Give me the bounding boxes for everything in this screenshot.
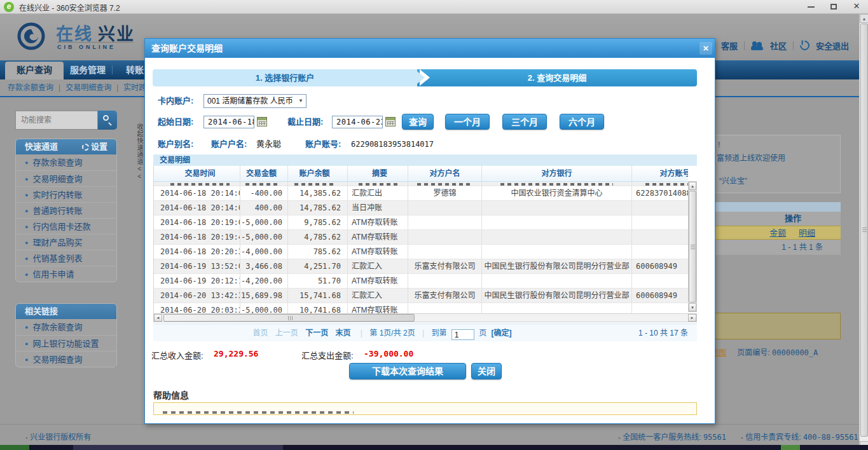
notice-line: “兴业宝” xyxy=(719,175,747,186)
quick-channel-item-2[interactable]: ●实时行内转账 xyxy=(16,186,116,202)
wizard-steps: 2. 查询交易明细 1. 选择银行账户 xyxy=(153,69,697,86)
safe-logout-link[interactable]: 安全退出 xyxy=(816,39,849,51)
step-select-account: 1. 选择银行账户 xyxy=(153,69,417,86)
goto-page-input[interactable]: 1 xyxy=(451,329,474,340)
end-date-input[interactable] xyxy=(332,116,383,128)
start-date-input[interactable] xyxy=(203,116,254,128)
account-number-value: 622908183953814017 xyxy=(351,137,434,151)
search-button[interactable] xyxy=(98,111,117,130)
card-account-label: 卡内账户: xyxy=(158,94,193,108)
download-results-button[interactable]: 下载本次查询结果 xyxy=(349,363,466,379)
one-month-button[interactable]: 一个月 xyxy=(445,114,490,130)
end-date-calendar-icon[interactable] xyxy=(385,117,396,126)
clipped-text-fragment xyxy=(645,183,688,186)
table-scroll-down-button[interactable]: ▼ xyxy=(689,303,696,311)
hotline-text: ▪全国统一客户服务热线: 95561 xyxy=(618,431,726,442)
related-link-item-label: 存款余额查询 xyxy=(32,322,82,332)
page-id-value: 00000000_A xyxy=(772,348,818,357)
prev-page-link[interactable]: 上一页 xyxy=(275,329,298,338)
quick-channel-item-label: 代销基金列表 xyxy=(32,254,82,263)
customer-service-link[interactable]: 客服 xyxy=(721,39,738,51)
taskbar-fragment xyxy=(781,445,800,450)
table-vertical-scrollbar[interactable]: ▲ ▼ xyxy=(688,181,697,312)
related-link-item-2[interactable]: ●交易明细查询 xyxy=(16,351,116,367)
goto-confirm-link[interactable]: [确定] xyxy=(492,329,512,338)
table-body: 2014-06-18 20:14:07-400.0014,385.62汇款汇出罗… xyxy=(154,182,688,318)
quick-channel-item-6[interactable]: ●代销基金列表 xyxy=(16,250,116,266)
detail-link[interactable]: 明细 xyxy=(799,228,815,238)
scroll-up-button[interactable]: ▲ xyxy=(860,14,868,23)
subnav-item-0[interactable]: 存款余额查询 xyxy=(8,83,53,92)
community-icon xyxy=(751,41,764,50)
next-page-link[interactable]: 下一页 xyxy=(305,329,328,338)
counterparty-name-cell xyxy=(408,274,482,288)
related-link-item-1[interactable]: ●网上银行功能设置 xyxy=(16,335,116,351)
card-account-select[interactable]: 001 活期储蓄存款 人民币 ▼ xyxy=(203,94,307,108)
table-scroll-right-button[interactable]: ► xyxy=(688,314,696,322)
counterparty-name-cell: 乐富支付有限公司 xyxy=(408,259,482,273)
browser-scrollbar[interactable]: ▲ ▼ xyxy=(859,14,868,450)
divider: | xyxy=(361,329,362,338)
counterparty-name-cell xyxy=(408,215,482,229)
search-input[interactable] xyxy=(15,111,98,130)
hscrollbar-thumb[interactable] xyxy=(163,314,415,322)
page-id-label: 页面编号: xyxy=(737,348,769,357)
cib-logo-icon xyxy=(17,22,46,51)
window-maximize-button[interactable] xyxy=(823,0,844,13)
quick-channel-settings[interactable]: 设置 xyxy=(82,139,107,154)
counterparty-bank-cell xyxy=(482,201,632,215)
up-arrow-icon: ▲ xyxy=(691,184,694,188)
square-bullet-icon: ▪ xyxy=(741,435,743,441)
first-page-link[interactable]: 首页 xyxy=(252,329,268,338)
quick-channel-item-3[interactable]: ●普通跨行转账 xyxy=(16,202,116,218)
summary-cell: 当日冲账 xyxy=(348,201,408,215)
quick-channel-item-4[interactable]: ●行内信用卡还款 xyxy=(16,218,116,234)
table-horizontal-scrollbar[interactable]: ◄ ► xyxy=(153,313,697,322)
query-button[interactable]: 查询 xyxy=(402,114,434,130)
quick-channel-item-1[interactable]: ●交易明细查询 xyxy=(16,170,116,186)
window-close-button[interactable]: ✕ xyxy=(846,0,867,13)
collapse-quick-channel-strip[interactable]: 收起快速通道<< xyxy=(135,123,144,219)
last-page-link[interactable]: 末页 xyxy=(336,329,351,338)
table-scroll-up-button[interactable]: ▲ xyxy=(689,182,696,190)
tab-service-management[interactable]: 服务管理 xyxy=(59,60,117,79)
account-name-label: 账户户名: xyxy=(211,137,247,151)
amount-link[interactable]: 金额 xyxy=(769,228,786,238)
balance-cell: 14,785.62 xyxy=(288,201,348,215)
table-scroll-left-button[interactable]: ◄ xyxy=(154,314,162,322)
window-minimize-button[interactable] xyxy=(800,0,822,13)
counterparty-name-cell: 罗德锦 xyxy=(408,186,482,200)
divider: | xyxy=(422,329,424,338)
clipped-cell xyxy=(348,182,408,186)
quick-channel-item-label: 信用卡申请 xyxy=(32,269,74,279)
scrollbar-grip xyxy=(288,316,293,320)
close-button[interactable]: 关闭 xyxy=(471,363,502,379)
total-income-label: 汇总收入金额: xyxy=(151,349,203,361)
related-link-item-0[interactable]: ●存款余额查询 xyxy=(16,319,116,335)
clipped-text-fragment xyxy=(294,183,334,186)
quick-channel-item-0[interactable]: ●存款余额查询 xyxy=(16,154,116,170)
quick-channel-item-5[interactable]: ●理财产品购买 xyxy=(16,234,116,250)
quick-channel-item-7[interactable]: ●信用卡申请 xyxy=(16,266,116,282)
three-month-button[interactable]: 三个月 xyxy=(502,114,547,130)
balance-cell: 4,785.62 xyxy=(288,230,348,244)
tab-account-query[interactable]: 账户查询 xyxy=(5,62,64,79)
bullet-icon: ● xyxy=(25,208,28,214)
start-date-calendar-icon[interactable] xyxy=(257,117,267,126)
balance-cell: 4,251.70 xyxy=(288,259,348,273)
taskbar-sliver xyxy=(0,445,868,450)
modal-close-button[interactable]: × xyxy=(699,42,712,55)
counterparty-account-cell: 600608949 xyxy=(632,259,688,273)
six-month-button[interactable]: 六个月 xyxy=(560,114,604,130)
browser-titlebar: e 在线兴业 - 360安全浏览器 7.2 ✕ xyxy=(0,0,868,14)
step-query-detail: 2. 查询交易明细 xyxy=(417,69,697,86)
taskbar-fragment xyxy=(73,445,283,450)
table-scrollbar-thumb[interactable] xyxy=(689,191,696,303)
scrollbar-thumb[interactable] xyxy=(860,24,868,437)
column-header-summary: 摘要 xyxy=(348,166,408,181)
clipped-cell xyxy=(408,182,482,186)
community-link[interactable]: 社区 xyxy=(770,39,787,51)
subnav-item-1[interactable]: 交易明细查询 xyxy=(65,83,111,92)
help-info-title: 帮助信息 xyxy=(153,388,189,401)
table-row: 2014-06-18 20:20:30-4,000.00785.62ATM存取转… xyxy=(154,245,688,259)
